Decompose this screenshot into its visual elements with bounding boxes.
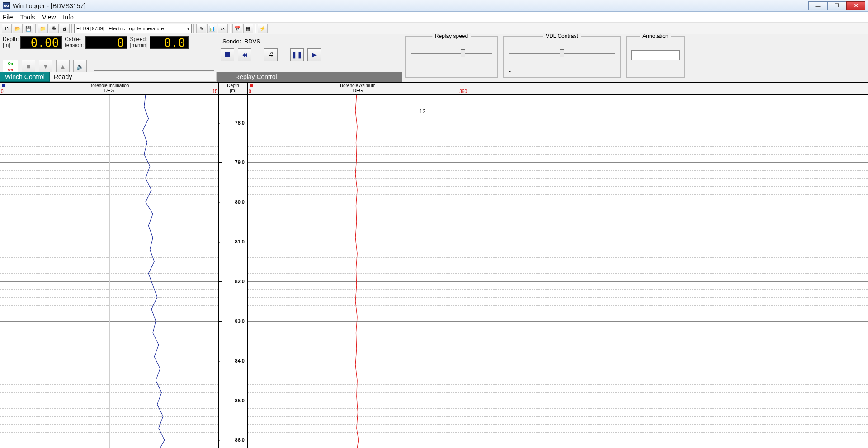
replay-play-button[interactable]: ▶: [307, 48, 321, 61]
track-azimuth-body[interactable]: 12: [248, 95, 468, 448]
speed-lcd: 0.0: [150, 36, 189, 49]
window-title: Win Logger - [BDVS3157]: [13, 2, 85, 9]
winch-panel: Depth:[m] 0.00 Cable-tension: 0 Speed:[m…: [0, 34, 217, 82]
replay-panel: Sonde: BDVS ⏮ 🖨 ❚❚ ▶ Replay Control: [217, 34, 402, 82]
menu-tools[interactable]: Tools: [20, 14, 35, 21]
track-depth: Depth [m] 78.079.080.081.082.083.084.085…: [219, 82, 248, 448]
menu-view[interactable]: View: [42, 14, 56, 21]
depth-label-value: 80.0: [235, 199, 245, 205]
track-azimuth: Borehole Azimuth DEG 0 360 12: [248, 82, 468, 448]
menu-info[interactable]: Info: [63, 14, 73, 21]
new-icon[interactable]: 🗋: [2, 24, 12, 33]
vdl-plus: +: [612, 68, 615, 75]
winch-status: Ready: [50, 72, 217, 82]
replay-print-button[interactable]: 🖨: [264, 48, 278, 61]
menu-file[interactable]: File: [3, 14, 13, 21]
save-icon[interactable]: 💾: [24, 24, 33, 33]
on-label: On: [3, 60, 18, 66]
annotation-legend: Annotation: [640, 33, 671, 39]
close-button[interactable]: ✕: [846, 1, 865, 10]
separator: [255, 24, 256, 33]
annotation-group: Annotation: [626, 36, 685, 78]
track-inclination: Borehole Inclination DEG 0 15: [0, 82, 219, 448]
depth-label-value: 86.0: [235, 437, 245, 443]
vdl-legend: VDL Contrast: [543, 33, 581, 39]
menu-bar: File Tools View Info: [0, 12, 868, 23]
replay-prev-button[interactable]: ⏮: [238, 48, 251, 61]
azimuth-annotation-12: 12: [420, 108, 425, 115]
fx-icon[interactable]: fx: [218, 24, 228, 33]
vdl-ticks: ·········: [509, 56, 615, 60]
window-buttons: — ❐ ✕: [808, 1, 865, 10]
maximize-button[interactable]: ❐: [827, 1, 846, 10]
depth-label-value: 81.0: [235, 239, 245, 244]
track-depth-header: Depth [m]: [219, 82, 247, 95]
preview-icon[interactable]: 🖶: [49, 24, 59, 33]
control-panels: Depth:[m] 0.00 Cable-tension: 0 Speed:[m…: [0, 34, 868, 82]
depth-lcd: 0.00: [20, 36, 62, 49]
separator: [71, 24, 72, 33]
track-depth-body[interactable]: 78.079.080.081.082.083.084.085.086.0: [219, 95, 247, 448]
calendar-icon[interactable]: 📅: [232, 24, 242, 33]
vdl-contrast-group: VDL Contrast ········· -+: [503, 36, 621, 78]
depth-label: Depth:[m]: [3, 37, 19, 48]
depth-label-value: 78.0: [235, 120, 245, 126]
track-inclination-body[interactable]: [0, 95, 218, 448]
speed-label: Speed:[m/min]: [130, 37, 147, 48]
sonde-row: Sonde: BDVS: [222, 38, 398, 45]
speed-ticks: ·········: [411, 56, 492, 60]
depth-label-value: 82.0: [235, 279, 245, 284]
tension-label: Cable-tension:: [65, 37, 84, 48]
azimuth-marker-icon: [250, 84, 253, 87]
wand-icon[interactable]: ✎: [196, 24, 206, 33]
depth-label-value: 83.0: [235, 318, 245, 324]
depth-label-value: 85.0: [235, 398, 245, 403]
winch-slider[interactable]: [94, 62, 214, 71]
chart-icon[interactable]: 📊: [207, 24, 217, 33]
minimize-button[interactable]: —: [808, 1, 827, 10]
replay-pause-button[interactable]: ❚❚: [290, 48, 304, 61]
tool-combo[interactable]: ELTG [9739] - Electric Log Temperature: [74, 24, 192, 33]
print-icon[interactable]: 🖨: [60, 24, 70, 33]
replay-stop-button[interactable]: [221, 48, 234, 61]
onoff-toggle[interactable]: On Off: [3, 60, 18, 73]
log-area: Borehole Inclination DEG 0 15 Depth [m] …: [0, 82, 868, 448]
annotation-input[interactable]: [631, 50, 680, 60]
track-inclination-header: Borehole Inclination DEG 0 15: [0, 82, 218, 95]
title-bar: RG Win Logger - [BDVS3157] — ❐ ✕: [0, 0, 868, 12]
track-blank-header: [468, 82, 868, 95]
winch-down-button[interactable]: ▼: [39, 60, 52, 73]
replay-speed-legend: Replay speed: [432, 33, 471, 39]
tension-lcd: 0: [85, 36, 127, 49]
track-azimuth-header: Borehole Azimuth DEG 0 360: [248, 82, 468, 95]
depth-label-value: 79.0: [235, 159, 245, 165]
folder-icon[interactable]: 📁: [38, 24, 48, 33]
winch-sound-button[interactable]: 🔈: [73, 60, 87, 73]
depth-label-value: 84.0: [235, 358, 245, 364]
track-blank-body[interactable]: [468, 95, 868, 448]
speed-slider-track[interactable]: [411, 53, 492, 54]
vdl-minus: -: [509, 68, 511, 75]
winch-stop-button[interactable]: ■: [22, 60, 35, 73]
app-icon: RG: [3, 2, 10, 9]
grid-icon[interactable]: ▦: [243, 24, 253, 33]
bolt-icon[interactable]: ⚡: [258, 24, 268, 33]
separator: [193, 24, 194, 33]
separator: [230, 24, 231, 33]
tool-combo-text: ELTG [9739] - Electric Log Temperature: [76, 26, 164, 31]
separator: [35, 24, 36, 33]
track-blank: [468, 82, 868, 448]
replay-strip: Replay Control: [217, 72, 402, 82]
winch-control-label: Winch Control: [0, 72, 50, 82]
winch-up-button[interactable]: ▲: [56, 60, 70, 73]
open-icon[interactable]: 📂: [13, 24, 23, 33]
replay-speed-group: Replay speed ·········: [405, 36, 498, 78]
inclination-marker-icon: [2, 84, 5, 87]
